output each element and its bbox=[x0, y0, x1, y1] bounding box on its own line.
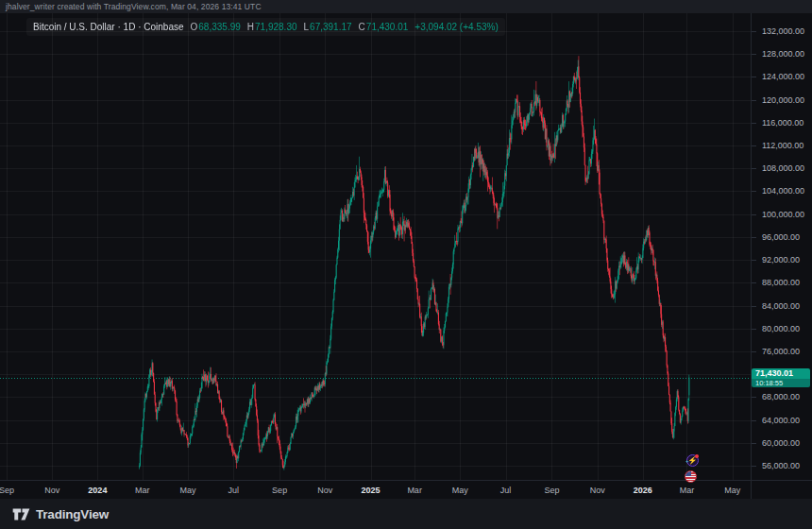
ohlc-close: C71,430.01 bbox=[359, 22, 409, 32]
time-axis-label: May bbox=[179, 486, 195, 495]
price-axis[interactable]: 56,000.0060,000.0064,000.0068,000.0072,0… bbox=[751, 13, 812, 499]
sparkle-icon: + bbox=[685, 458, 689, 464]
time-axis-label: Sep bbox=[272, 486, 287, 495]
attribution-text: jhalver_writer created with TradingView.… bbox=[6, 2, 262, 11]
change-value: +3,094.02 (+4.53%) bbox=[414, 22, 498, 32]
tradingview-logo[interactable]: TradingView bbox=[36, 507, 109, 521]
price-axis-label: 60,000.00 bbox=[752, 438, 800, 448]
price-axis-label: 100,000.00 bbox=[752, 210, 804, 219]
price-axis-label: 120,000.00 bbox=[752, 95, 804, 105]
price-axis-label: 112,000.00 bbox=[752, 141, 804, 150]
time-axis-label: 2025 bbox=[362, 486, 381, 495]
time-axis-label: 2026 bbox=[634, 486, 652, 495]
tradingview-snapshot: jhalver_writer created with TradingView.… bbox=[0, 0, 812, 529]
ohlc-low: L67,391.17 bbox=[304, 22, 352, 32]
footer-bar: TradingView bbox=[0, 499, 812, 529]
price-axis-label: 108,000.00 bbox=[752, 163, 804, 173]
time-axis-label: Mar bbox=[407, 486, 422, 495]
price-axis-label: 84,000.00 bbox=[752, 301, 800, 311]
time-axis-label: Sep bbox=[544, 486, 559, 495]
price-axis-label: 80,000.00 bbox=[752, 324, 800, 333]
ohlc-open: O68,335.99 bbox=[191, 22, 241, 32]
price-axis-label: 68,000.00 bbox=[752, 392, 800, 401]
bar-countdown: 10:18:55 bbox=[752, 379, 810, 387]
price-axis-label: 76,000.00 bbox=[752, 347, 800, 356]
price-axis-label: 88,000.00 bbox=[752, 278, 800, 287]
time-axis-label: Nov bbox=[44, 486, 59, 495]
time-axis-label: Nov bbox=[317, 486, 332, 495]
candlestick-chart[interactable] bbox=[0, 13, 751, 480]
time-axis-label: May bbox=[452, 486, 468, 495]
time-axis-label: Sep bbox=[0, 486, 14, 495]
price-axis-label: 92,000.00 bbox=[752, 255, 800, 264]
price-axis-label: 104,000.00 bbox=[752, 186, 804, 196]
ohlc-high: H71,928.30 bbox=[247, 22, 297, 32]
time-axis-label: May bbox=[724, 486, 740, 495]
time-axis-label: Mar bbox=[680, 486, 695, 495]
time-axis-label: 2024 bbox=[88, 486, 107, 495]
symbol-title[interactable]: Bitcoin / U.S. Dollar · 1D · Coinbase bbox=[33, 22, 184, 32]
time-axis-label: Jul bbox=[500, 486, 512, 495]
last-price-label: 71,430.01 10:18:55 bbox=[752, 368, 810, 387]
time-axis-label: Nov bbox=[590, 486, 605, 495]
time-axis-label: Mar bbox=[135, 486, 150, 495]
attribution-bar: jhalver_writer created with TradingView.… bbox=[0, 0, 812, 13]
spark-event-icon[interactable]: ⚡ + bbox=[686, 454, 699, 467]
price-axis-label: 96,000.00 bbox=[752, 232, 800, 242]
price-axis-label: 124,000.00 bbox=[752, 72, 804, 81]
time-axis-label: Jul bbox=[228, 486, 239, 495]
price-axis-label: 116,000.00 bbox=[752, 118, 804, 128]
price-axis-label: 64,000.00 bbox=[752, 416, 800, 425]
symbol-legend: Bitcoin / U.S. Dollar · 1D · Coinbase O6… bbox=[26, 18, 505, 36]
price-axis-label: 132,000.00 bbox=[752, 26, 804, 36]
us-flag-event-icon[interactable] bbox=[685, 470, 697, 483]
notification-dot bbox=[695, 454, 699, 458]
time-axis[interactable]: SepNov2024MarMayJulSepNov2025MarMayJulSe… bbox=[0, 480, 812, 499]
tradingview-logo-icon[interactable] bbox=[12, 507, 30, 521]
last-price-value: 71,430.01 bbox=[752, 368, 810, 379]
price-axis-label: 56,000.00 bbox=[752, 461, 800, 470]
chart-area: Bitcoin / U.S. Dollar · 1D · Coinbase O6… bbox=[0, 13, 812, 499]
price-axis-label: 128,000.00 bbox=[752, 49, 804, 59]
